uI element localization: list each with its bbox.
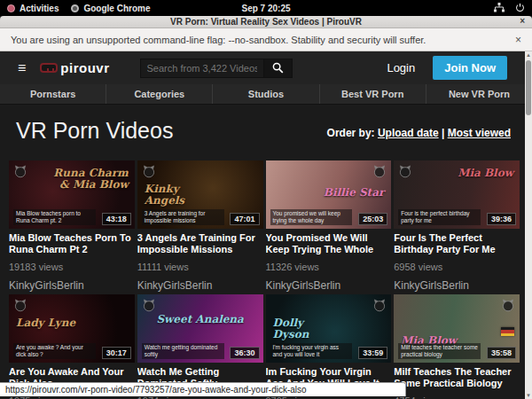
search-button[interactable] <box>264 59 293 78</box>
video-studio-link[interactable]: KinkyGirlsBerlin <box>9 279 135 292</box>
search-icon <box>272 62 284 74</box>
scroll-up-icon[interactable]: ▲ <box>526 51 531 59</box>
app-menu-button[interactable]: Google Chrome <box>71 4 150 13</box>
video-title[interactable]: Mia Blow Teaches Porn To Runa Charm Pt 2 <box>9 232 135 255</box>
video-grid: Runa Charm & Mia Blow Mia Blow teaches p… <box>9 160 520 399</box>
video-card[interactable]: Billie Star You promised we will keep tr… <box>266 160 392 294</box>
video-duration-badge: 25:03 <box>358 213 387 225</box>
video-duration-badge: 30:17 <box>102 347 131 359</box>
search-input[interactable] <box>140 59 264 78</box>
status-bar: https://pirouvr.com/vr-porn-video/779325… <box>0 382 406 396</box>
join-now-button[interactable]: Join Now <box>433 56 507 80</box>
video-duration-badge: 43:18 <box>102 213 131 225</box>
network-icon[interactable] <box>494 3 505 14</box>
main-nav: Pornstars Categories Studios Best VR Por… <box>0 84 532 105</box>
thumb-overlay-title: Lady Lyne <box>16 317 85 329</box>
thumb-overlay-title: Kinky Angels <box>145 184 214 207</box>
video-views: 19183 views <box>9 262 135 272</box>
thumb-caption: Watch me getting dominated softly <box>142 343 224 359</box>
window-close-icon[interactable]: × <box>520 16 525 26</box>
status-url: https://pirouvr.com/vr-porn-video/779325… <box>5 385 307 395</box>
studio-watermark-icon <box>372 298 387 316</box>
activities-button[interactable]: Activities <box>7 4 59 13</box>
power-icon[interactable] <box>515 3 525 14</box>
warning-infobar: You are using an unsupported command-lin… <box>0 28 532 51</box>
scrollbar-thumb[interactable] <box>526 60 531 115</box>
video-thumbnail[interactable]: Sweet Analena Watch me getting dominated… <box>137 294 263 363</box>
video-duration-badge: 35:58 <box>487 347 516 359</box>
activities-label: Activities <box>20 4 59 13</box>
window-title: VR Porn: Virtual Reality Sex Videos | Pi… <box>170 17 362 27</box>
site-header: ≡ pirouvr Login Join Now <box>0 51 532 84</box>
order-separator: | <box>442 127 444 139</box>
video-thumbnail[interactable]: Dolly Dyson I'm fucking your virgin ass … <box>266 294 392 363</box>
video-thumbnail[interactable]: Runa Charm & Mia Blow Mia Blow teaches p… <box>9 160 135 229</box>
video-thumbnail[interactable]: Kinky Angels 3 Angels are training for i… <box>137 160 263 229</box>
nav-item-studios[interactable]: Studios <box>212 84 318 104</box>
video-title[interactable]: 3 Angels Are Training For Impossible Mis… <box>137 232 263 255</box>
nav-item-categories[interactable]: Categories <box>106 84 212 104</box>
chrome-icon <box>71 4 79 12</box>
order-upload-date-link[interactable]: Upload date <box>378 127 439 139</box>
video-thumbnail[interactable]: Billie Star You promised we will keep tr… <box>266 160 392 229</box>
logo-wordmark: pirouvr <box>60 60 109 75</box>
thumb-overlay-title: Sweet Analena <box>137 314 263 325</box>
video-studio-link[interactable]: KinkyGirlsBerlin <box>137 279 263 292</box>
order-by-label: Order by: <box>327 127 375 139</box>
studio-watermark-icon <box>13 298 27 316</box>
warning-close-icon[interactable]: × <box>515 34 521 46</box>
video-duration-badge: 47:01 <box>230 213 259 225</box>
thumb-caption: Four is the perfect birthday party for m… <box>398 209 481 225</box>
hamburger-menu-icon[interactable]: ≡ <box>18 61 26 75</box>
video-card[interactable]: Mia Blow Four is the perfect birthday pa… <box>394 160 520 294</box>
video-views: 11111 views <box>137 262 263 272</box>
thumb-caption: 3 Angels are training for impossible mis… <box>142 209 224 225</box>
video-title[interactable]: Milf Teaches The Teacher Some Practical … <box>394 366 520 389</box>
screen: Activities Google Chrome Sep 7 20:25 VR … <box>0 0 532 399</box>
video-duration-badge: 39:36 <box>487 213 516 225</box>
video-thumbnail[interactable]: Mia Blow Four is the perfect birthday pa… <box>394 160 520 229</box>
nav-item-best-vr-porn[interactable]: Best VR Porn <box>319 84 426 104</box>
thumb-overlay-title: Mia Blow <box>401 335 476 347</box>
order-by: Order by: Upload date | Most viewed <box>327 127 511 139</box>
thumb-caption: Mia Blow teaches porn to Runa Charm pt. … <box>13 209 96 225</box>
video-views: 6958 views <box>394 262 520 272</box>
nav-item-new-vr-porn[interactable]: New VR Porn <box>426 84 532 104</box>
video-studio-link[interactable]: KinkyGirlsBerlin <box>394 279 520 292</box>
video-duration-badge: 33:59 <box>358 347 387 359</box>
video-card[interactable]: Runa Charm & Mia Blow Mia Blow teaches p… <box>9 160 135 294</box>
video-thumbnail[interactable]: Lady Lyne Are you awake ? And your dick … <box>9 294 135 363</box>
vr-goggles-icon <box>40 63 58 73</box>
site-logo[interactable]: pirouvr <box>40 60 109 75</box>
studio-watermark-icon <box>142 298 156 316</box>
video-card[interactable]: Mia Blow Milf teaches the teacher some p… <box>394 294 520 399</box>
studio-watermark-icon <box>372 164 387 182</box>
nav-item-pornstars[interactable]: Pornstars <box>0 84 106 104</box>
warning-text: You are using an unsupported command-lin… <box>11 35 426 45</box>
german-flag-icon <box>501 327 514 336</box>
thumb-caption: You promised we will keep trying the who… <box>270 209 353 225</box>
video-title[interactable]: You Promised We Will Keep Trying The Who… <box>266 232 392 255</box>
system-bar: Activities Google Chrome Sep 7 20:25 <box>0 0 532 16</box>
thumb-overlay-title: Mia Blow <box>435 168 513 179</box>
window-title-bar: VR Porn: Virtual Reality Sex Videos | Pi… <box>0 16 532 28</box>
video-views: 11326 views <box>266 262 392 272</box>
thumb-overlay-title: Billie Star <box>315 187 384 199</box>
scrollbar[interactable]: ▲ ▼ <box>525 51 532 399</box>
video-studio-link[interactable]: KinkyGirlsBerlin <box>266 279 392 292</box>
video-views: 4754 views <box>394 395 520 399</box>
login-link[interactable]: Login <box>387 61 415 74</box>
studio-watermark-icon <box>398 164 412 182</box>
thumb-caption: Milf teaches the teacher some practical … <box>398 343 481 359</box>
thumb-caption: I'm fucking your virgin ass and you will… <box>270 343 353 359</box>
studio-watermark-icon <box>13 164 27 182</box>
app-menu-label: Google Chrome <box>83 4 150 13</box>
studio-watermark-icon <box>142 164 156 182</box>
order-most-viewed-link[interactable]: Most viewed <box>448 127 511 139</box>
scroll-down-icon[interactable]: ▼ <box>526 392 531 399</box>
video-card[interactable]: Kinky Angels 3 Angels are training for i… <box>137 160 263 294</box>
video-title[interactable]: Four Is The Perfect Birthday Party For M… <box>394 232 520 255</box>
studio-watermark-icon <box>501 298 515 316</box>
video-thumbnail[interactable]: Mia Blow Milf teaches the teacher some p… <box>394 294 520 363</box>
thumb-caption: Are you awake ? And your dick also ? <box>13 343 96 359</box>
